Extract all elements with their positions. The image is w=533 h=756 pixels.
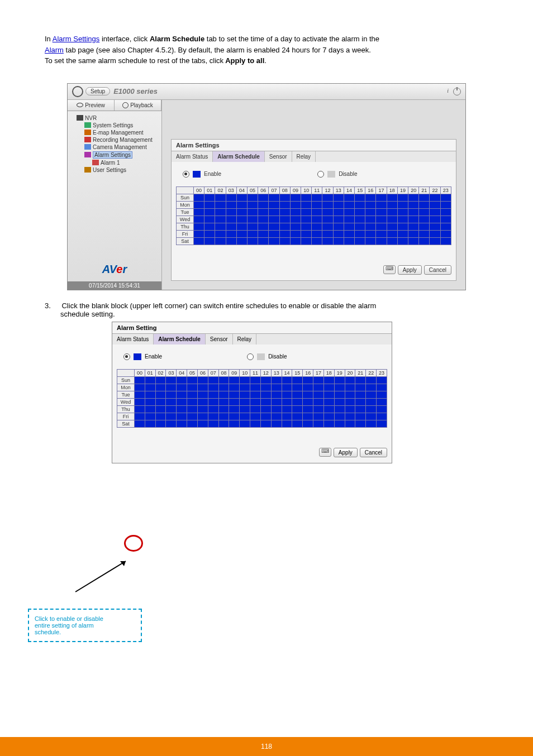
schedule-cell[interactable] [419,223,430,230]
schedule-cell[interactable] [177,384,187,391]
schedule-cell[interactable] [365,237,376,245]
schedule-cell[interactable] [344,194,354,201]
schedule-cell[interactable] [248,230,258,237]
schedule-cell[interactable] [312,237,322,245]
schedule-cell[interactable] [166,376,177,384]
schedule-cell[interactable] [366,398,377,405]
schedule-cell[interactable] [218,398,229,405]
schedule-cell[interactable] [166,420,177,427]
schedule-cell[interactable] [303,391,313,398]
schedule-cell[interactable] [155,420,166,427]
schedule-cell[interactable] [226,230,236,237]
schedule-cell[interactable] [135,376,145,384]
schedule-cell[interactable] [215,230,226,237]
schedule-cell[interactable] [334,376,345,384]
tree-alarm1[interactable]: Alarm 1 [69,159,160,166]
schedule-cell[interactable] [365,223,376,230]
setup-button[interactable]: Setup [85,87,110,95]
schedule-cell[interactable] [387,237,397,245]
link-alarm[interactable]: Alarm [45,46,64,54]
schedule-cell[interactable] [258,237,269,245]
schedule-cell[interactable] [145,405,155,413]
schedule-cell[interactable] [333,216,344,223]
schedule-cell[interactable] [397,208,408,216]
schedule-cell[interactable] [334,420,345,427]
schedule-cell[interactable] [387,208,397,216]
schedule-cell[interactable] [166,405,177,413]
schedule-cell[interactable] [258,216,269,223]
tree-emap[interactable]: E-map Management [69,129,160,136]
schedule-cell[interactable] [240,413,250,420]
schedule-cell[interactable] [344,230,354,237]
keyboard-icon[interactable] [383,265,396,274]
schedule-cell[interactable] [208,405,218,413]
schedule-cell[interactable] [166,384,177,391]
schedule-cell[interactable] [218,413,229,420]
schedule-cell[interactable] [301,201,312,208]
schedule-cell[interactable] [204,223,215,230]
schedule-cell[interactable] [322,237,333,245]
schedule-cell[interactable] [269,223,279,230]
schedule-cell[interactable] [323,384,334,391]
schedule-cell[interactable] [204,216,215,223]
apply-button-2[interactable]: Apply [334,448,358,457]
schedule-cell[interactable] [408,230,419,237]
schedule-cell[interactable] [279,208,290,216]
schedule-cell[interactable] [166,391,177,398]
schedule-cell[interactable] [312,216,322,223]
schedule-cell[interactable] [355,376,366,384]
schedule-cell[interactable] [135,405,145,413]
schedule-cell[interactable] [229,391,240,398]
schedule-cell[interactable] [215,208,226,216]
schedule-cell[interactable] [248,216,258,223]
schedule-cell[interactable] [419,230,430,237]
schedule-cell[interactable] [236,223,247,230]
schedule-cell[interactable] [271,391,282,398]
schedule-cell[interactable] [187,413,198,420]
schedule-cell[interactable] [240,405,250,413]
schedule-cell[interactable] [194,201,204,208]
info-icon[interactable]: i [447,88,449,95]
schedule-cell[interactable] [135,391,145,398]
schedule-cell[interactable] [248,194,258,201]
schedule-cell[interactable] [333,237,344,245]
schedule-cell[interactable] [248,201,258,208]
schedule-cell[interactable] [408,208,419,216]
schedule-cell[interactable] [408,194,419,201]
schedule-cell[interactable] [313,398,324,405]
schedule-cell[interactable] [145,384,155,391]
schedule-cell[interactable] [187,391,198,398]
schedule-cell[interactable] [236,237,247,245]
schedule-cell[interactable] [155,398,166,405]
schedule-cell[interactable] [260,391,271,398]
schedule-cell[interactable] [290,230,301,237]
schedule-cell[interactable] [397,201,408,208]
schedule-cell[interactable] [419,216,430,223]
schedule-cell[interactable] [204,194,215,201]
schedule-cell[interactable] [366,405,377,413]
schedule-cell[interactable] [322,194,333,201]
schedule-cell[interactable] [397,194,408,201]
schedule-cell[interactable] [290,201,301,208]
schedule-cell[interactable] [258,194,269,201]
schedule-cell[interactable] [145,398,155,405]
schedule-cell[interactable] [292,391,303,398]
schedule-cell[interactable] [419,237,430,245]
schedule-cell[interactable] [248,237,258,245]
schedule-cell[interactable] [387,194,397,201]
schedule-cell[interactable] [344,201,354,208]
schedule-cell[interactable] [194,230,204,237]
schedule-cell[interactable] [260,413,271,420]
schedule-cell[interactable] [301,237,312,245]
schedule-cell[interactable] [334,384,345,391]
schedule-cell[interactable] [269,194,279,201]
schedule-cell[interactable] [333,223,344,230]
schedule-cell[interactable] [334,405,345,413]
schedule-cell[interactable] [365,230,376,237]
schedule-cell[interactable] [345,398,355,405]
tree-recording[interactable]: Recording Management [69,136,160,143]
schedule-cell[interactable] [419,208,430,216]
schedule-cell[interactable] [376,237,387,245]
schedule-cell[interactable] [208,398,218,405]
schedule-cell[interactable] [290,208,301,216]
